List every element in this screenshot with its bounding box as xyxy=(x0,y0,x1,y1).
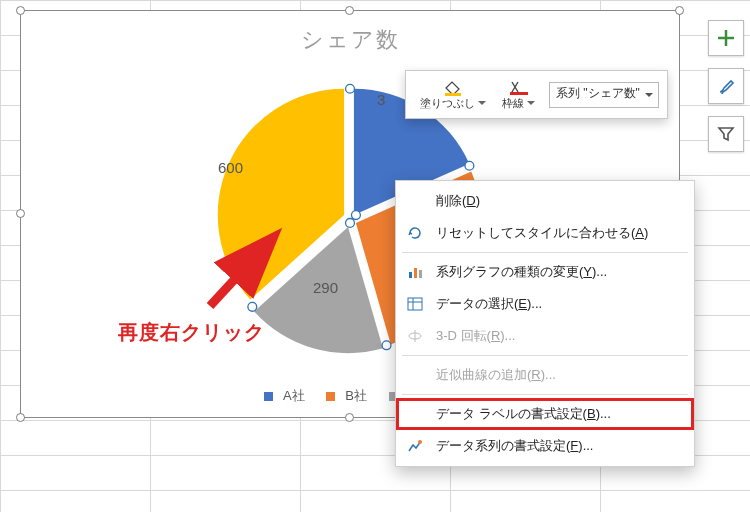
chart-side-buttons xyxy=(708,20,744,152)
select-data-icon xyxy=(404,294,426,314)
resize-handle[interactable] xyxy=(345,413,354,422)
legend-item[interactable]: B社 xyxy=(326,388,373,403)
series-select[interactable]: 系列 "シェア数" xyxy=(549,82,659,108)
annotation-text: 再度右クリック xyxy=(118,319,265,346)
menu-delete[interactable]: 削除(D) xyxy=(396,185,694,217)
menu-separator xyxy=(402,355,688,356)
blank-icon xyxy=(404,404,426,424)
resize-handle[interactable] xyxy=(675,6,684,15)
svg-point-5 xyxy=(351,211,360,220)
chart-type-icon xyxy=(404,262,426,282)
svg-point-14 xyxy=(418,440,422,444)
svg-point-0 xyxy=(346,84,355,93)
chart-title[interactable]: シェア数 xyxy=(21,25,679,55)
menu-change-chart-type[interactable]: 系列グラフの種類の変更(Y)... xyxy=(396,256,694,288)
blank-icon xyxy=(404,191,426,211)
paint-bucket-icon xyxy=(442,79,464,97)
fill-button[interactable]: 塗りつぶし xyxy=(414,77,492,112)
format-series-icon xyxy=(404,436,426,456)
chart-styles-button[interactable] xyxy=(708,68,744,104)
menu-3d-rotation: 3-D 回転(R)... xyxy=(396,320,694,352)
resize-handle[interactable] xyxy=(16,413,25,422)
resize-handle[interactable] xyxy=(16,6,25,15)
svg-rect-9 xyxy=(409,272,412,278)
reset-icon xyxy=(404,223,426,243)
mini-format-toolbar: 塗りつぶし 枠線 系列 "シェア数" xyxy=(405,70,668,119)
svg-point-3 xyxy=(248,302,257,311)
svg-point-4 xyxy=(346,219,355,228)
blank-icon xyxy=(404,365,426,385)
brush-icon xyxy=(716,76,736,96)
menu-reset-style[interactable]: リセットしてスタイルに合わせる(A) xyxy=(396,217,694,249)
menu-format-data-series[interactable]: データ系列の書式設定(F)... xyxy=(396,430,694,462)
resize-handle[interactable] xyxy=(16,209,25,218)
legend-item[interactable]: A社 xyxy=(264,388,311,403)
chart-filter-button[interactable] xyxy=(708,116,744,152)
data-label[interactable]: 600 xyxy=(218,159,243,176)
menu-separator xyxy=(402,252,688,253)
outline-button[interactable]: 枠線 xyxy=(496,77,541,112)
svg-point-1 xyxy=(465,161,474,170)
menu-select-data[interactable]: データの選択(E)... xyxy=(396,288,694,320)
rotate-3d-icon xyxy=(404,326,426,346)
data-label[interactable]: 3 xyxy=(377,91,385,108)
funnel-icon xyxy=(716,124,736,144)
svg-rect-10 xyxy=(414,268,417,278)
svg-rect-11 xyxy=(419,270,422,278)
plus-icon xyxy=(716,28,736,48)
menu-add-trendline: 近似曲線の追加(R)... xyxy=(396,359,694,391)
data-label[interactable]: 290 xyxy=(313,279,338,296)
menu-format-data-labels[interactable]: データ ラベルの書式設定(B)... xyxy=(396,398,694,430)
menu-separator xyxy=(402,394,688,395)
resize-handle[interactable] xyxy=(345,6,354,15)
svg-rect-12 xyxy=(408,298,422,310)
chart-elements-button[interactable] xyxy=(708,20,744,56)
svg-rect-8 xyxy=(510,92,528,95)
context-menu: 削除(D) リセットしてスタイルに合わせる(A) 系列グラフの種類の変更(Y).… xyxy=(395,180,695,467)
svg-point-2 xyxy=(382,341,391,350)
svg-rect-7 xyxy=(445,93,461,96)
outline-icon xyxy=(508,79,530,97)
